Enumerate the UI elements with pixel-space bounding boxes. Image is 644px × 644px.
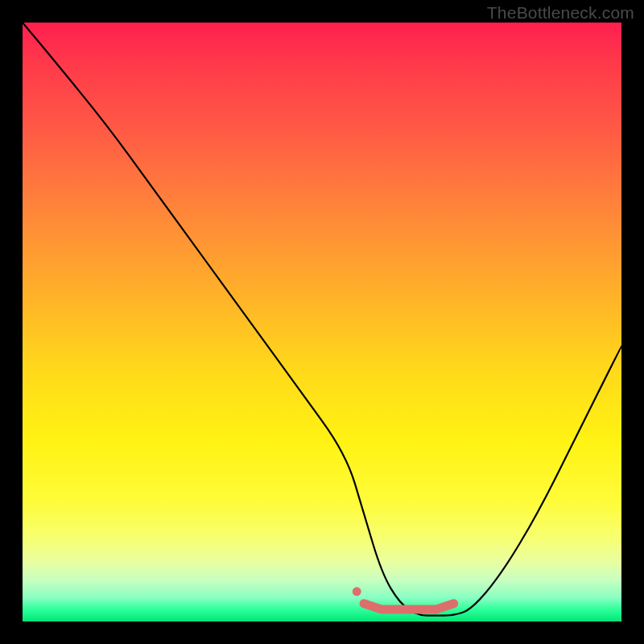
optimal-range-start-dot — [353, 587, 361, 596]
chart-svg — [23, 23, 621, 621]
watermark-text: TheBottleneck.com — [487, 3, 634, 23]
optimal-range-markers — [353, 587, 454, 609]
plot-area — [23, 23, 621, 621]
chart-frame: TheBottleneck.com — [0, 0, 644, 644]
bottleneck-curve-path — [23, 23, 621, 616]
optimal-range-line — [364, 604, 454, 609]
